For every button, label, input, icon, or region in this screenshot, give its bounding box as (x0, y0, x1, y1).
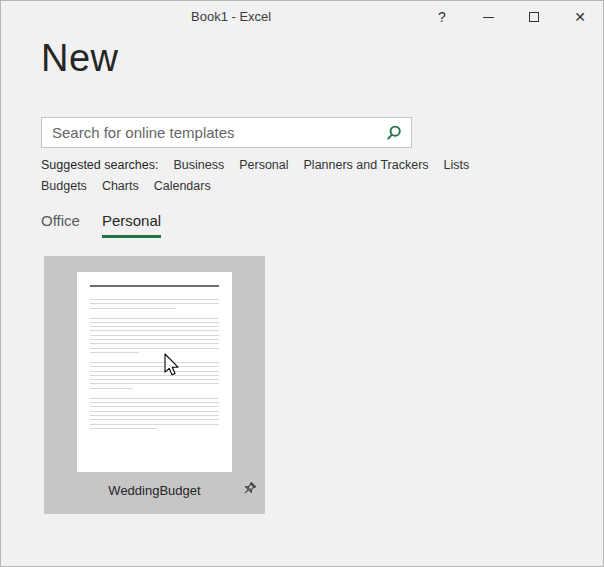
template-search-box (41, 117, 412, 148)
minimize-icon (483, 17, 494, 18)
thumbnail-line-group (90, 285, 219, 287)
close-icon: ✕ (574, 9, 586, 25)
maximize-icon (529, 12, 539, 22)
suggested-search-link[interactable]: Charts (102, 179, 139, 193)
suggested-search-link[interactable]: Calendars (154, 179, 211, 193)
suggested-search-link[interactable]: Business (173, 158, 224, 172)
tab-office[interactable]: Office (41, 212, 80, 238)
thumbnail-line-group (90, 299, 219, 309)
magnifier-icon (385, 124, 403, 142)
template-card-weddingbudget[interactable]: WeddingBudget (44, 256, 265, 514)
page-title: New (41, 37, 119, 80)
suggested-searches-label: Suggested searches: (41, 158, 158, 172)
minimize-button[interactable] (465, 1, 511, 33)
suggested-search-link[interactable]: Lists (444, 158, 470, 172)
search-input[interactable] (42, 118, 377, 147)
help-button[interactable]: ? (419, 1, 465, 33)
close-button[interactable]: ✕ (557, 1, 603, 33)
thumbnail-line-group (90, 398, 219, 429)
thumbnail-line-group (90, 318, 219, 353)
tab-personal[interactable]: Personal (102, 212, 161, 238)
excel-new-template-window: Book1 - Excel ? ✕ New Suggested searches… (0, 0, 604, 567)
suggested-search-link[interactable]: Personal (239, 158, 288, 172)
thumbnail-line-group (90, 362, 219, 389)
suggested-search-link[interactable]: Planners and Trackers (304, 158, 429, 172)
window-title: Book1 - Excel (191, 1, 271, 33)
window-controls: ? ✕ (419, 1, 603, 33)
pushpin-outline-icon (240, 481, 257, 498)
search-button[interactable] (377, 118, 411, 147)
template-tabs: OfficePersonal (41, 212, 161, 238)
suggested-search-link[interactable]: Budgets (41, 179, 87, 193)
suggested-searches: Suggested searches: BusinessPersonalPlan… (41, 158, 521, 193)
help-icon: ? (438, 9, 446, 25)
template-thumbnail (77, 272, 232, 472)
maximize-button[interactable] (511, 1, 557, 33)
template-name-label: WeddingBudget (44, 483, 265, 498)
pin-template-button[interactable] (238, 479, 258, 499)
titlebar: Book1 - Excel ? ✕ (1, 1, 603, 33)
